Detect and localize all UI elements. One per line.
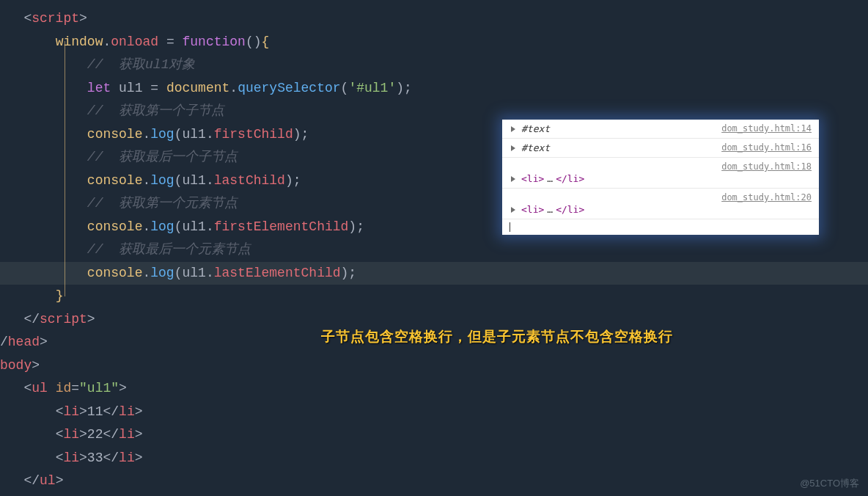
- code-line: <li>11</li>: [0, 401, 868, 424]
- devtools-console[interactable]: #text dom_study.html:14 #text dom_study.…: [502, 120, 819, 235]
- console-input-row[interactable]: [502, 219, 819, 235]
- cursor-icon: [510, 222, 510, 232]
- code-line: // 获取最后一个元素节点: [0, 238, 868, 262]
- console-row[interactable]: dom_study.html:20 <li>…</li>: [502, 189, 819, 219]
- code-line: body>: [0, 354, 868, 378]
- code-line: <li>33</li>: [0, 447, 868, 470]
- console-row[interactable]: #text dom_study.html:16: [502, 139, 819, 158]
- console-value: #text: [521, 142, 550, 153]
- code-line: <li>22</li>: [0, 423, 868, 447]
- console-row[interactable]: dom_study.html:18 <li>…</li>: [502, 158, 819, 189]
- expand-icon[interactable]: [511, 126, 515, 132]
- code-line: </ul>: [0, 470, 868, 493]
- console-source-link[interactable]: dom_study.html:14: [721, 123, 812, 134]
- watermark: @51CTO博客: [800, 477, 859, 490]
- code-line: <ul id="ul1">: [0, 377, 868, 401]
- code-line: // 获取ul1对象: [0, 54, 868, 77]
- code-line: <script>: [0, 7, 868, 31]
- expand-icon[interactable]: [511, 176, 515, 182]
- code-editor[interactable]: <script> window.onload = function(){ // …: [0, 0, 868, 493]
- expand-icon[interactable]: [511, 207, 515, 213]
- console-source-link[interactable]: dom_study.html:16: [721, 142, 812, 153]
- code-line: let ul1 = document.querySelector('#ul1')…: [0, 77, 868, 101]
- console-source-link[interactable]: dom_study.html:20: [721, 192, 812, 203]
- code-line: }: [0, 285, 868, 308]
- console-source-link[interactable]: dom_study.html:18: [721, 161, 812, 172]
- brace-indicator: [65, 41, 65, 296]
- console-value: <li>: [521, 173, 544, 184]
- code-line: window.onload = function(){: [0, 31, 868, 54]
- code-line-highlighted: console.log(ul1.lastElementChild);: [0, 262, 868, 285]
- expand-icon[interactable]: [511, 145, 515, 151]
- console-row[interactable]: #text dom_study.html:14: [502, 120, 819, 139]
- annotation-text: 子节点包含空格换行，但是子元素节点不包含空格换行: [321, 327, 673, 346]
- console-value: <li>: [521, 204, 544, 215]
- console-value: #text: [521, 123, 550, 134]
